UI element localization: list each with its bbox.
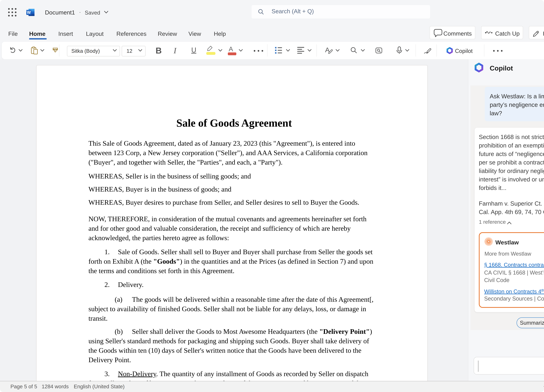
svg-text:W: W bbox=[27, 10, 31, 15]
